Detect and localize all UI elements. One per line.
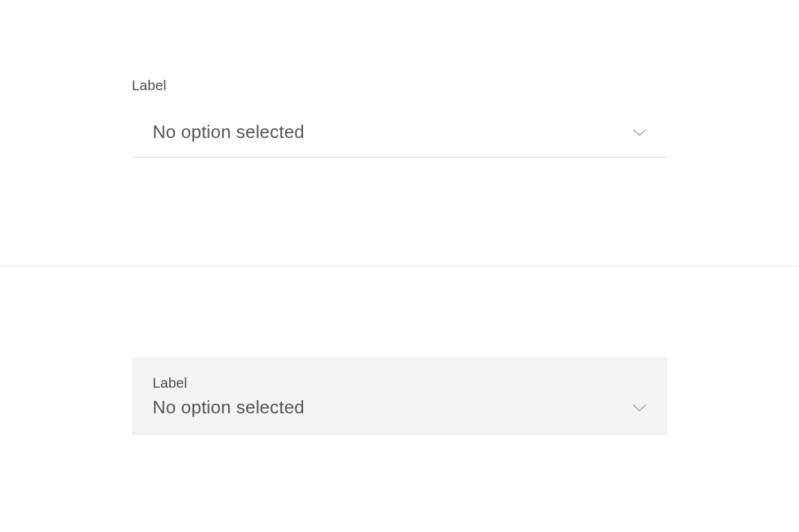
dropdown-selected-value: No option selected [153,121,304,143]
dropdown-label: Label [153,375,646,391]
dropdown-select-contained[interactable]: Label No option selected [132,357,667,434]
dropdown-select[interactable]: No option selected [132,113,667,157]
dropdown-section-contained: Label No option selected [132,357,667,434]
section-divider [0,266,799,266]
dropdown-section-outside-label: Label No option selected [0,0,799,157]
chevron-down-icon [633,128,646,137]
chevron-down-icon [633,404,646,412]
dropdown-value-row: No option selected [153,397,646,418]
dropdown-selected-value: No option selected [153,397,304,418]
dropdown-label: Label [132,78,667,94]
